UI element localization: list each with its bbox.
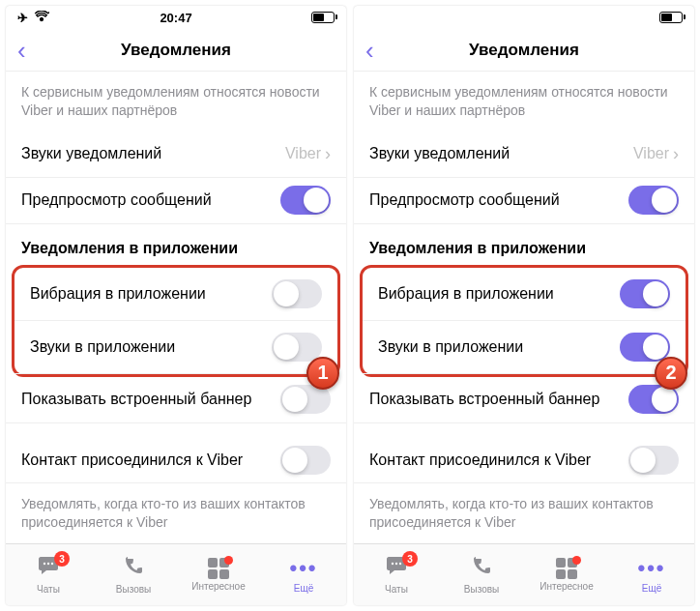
tab-label: Вызовы <box>464 584 499 595</box>
explore-icon <box>208 558 229 579</box>
tab-more[interactable]: ••• Ещё <box>261 544 346 605</box>
row-label: Звуки уведомлений <box>21 145 161 162</box>
highlight-box: Вибрация в приложении Звуки в приложении… <box>360 265 688 377</box>
tab-label: Чаты <box>385 584 408 595</box>
tab-label: Вызовы <box>116 584 151 595</box>
message-preview-row: Предпросмотр сообщений <box>354 178 694 224</box>
row-label: Контакт присоединился к Viber <box>21 451 243 469</box>
row-label: Звуки в приложении <box>30 338 175 356</box>
more-icon: ••• <box>637 556 665 581</box>
row-value: Viber › <box>633 144 679 164</box>
content: К сервисным уведомлениям относятся новос… <box>6 72 346 543</box>
screen-2: ‹ Уведомления К сервисным уведомлениям о… <box>354 6 694 605</box>
notification-dot <box>572 556 581 565</box>
in-app-vibration-row: Вибрация в приложении <box>15 268 337 321</box>
svg-point-5 <box>395 563 397 565</box>
chats-badge: 3 <box>54 551 70 567</box>
svg-point-4 <box>392 563 394 565</box>
status-bar <box>354 6 694 29</box>
step-badge: 2 <box>655 357 689 392</box>
calls-icon <box>123 555 144 582</box>
in-app-vibration-row: Вибрация в приложении <box>363 268 685 321</box>
row-label: Предпросмотр сообщений <box>369 191 560 209</box>
in-app-sounds-row: Звуки в приложении <box>15 321 337 374</box>
in-app-section-header: Уведомления в приложении <box>354 224 694 265</box>
screen-1: ✈ 20:47 ‹ Уведомления К сервисным уведом… <box>6 6 346 605</box>
tab-label: Ещё <box>642 583 661 594</box>
section-note: К сервисным уведомлениям относятся новос… <box>354 72 694 131</box>
page-title: Уведомления <box>469 41 579 60</box>
more-icon: ••• <box>289 556 317 581</box>
airplane-mode-icon: ✈ <box>17 11 28 25</box>
tab-chats[interactable]: 3 Чаты <box>6 544 91 605</box>
tab-label: Чаты <box>37 584 60 595</box>
tab-label: Ещё <box>294 583 313 594</box>
wifi-icon <box>34 11 49 25</box>
in-app-vibration-toggle[interactable] <box>620 279 670 308</box>
in-app-sounds-row: Звуки в приложении <box>363 321 685 374</box>
svg-point-3 <box>51 563 53 565</box>
tab-label: Интересное <box>540 581 594 592</box>
row-label: Показывать встроенный баннер <box>369 391 599 408</box>
chevron-right-icon: › <box>673 144 679 164</box>
notification-sounds-row[interactable]: Звуки уведомлений Viber › <box>354 131 694 178</box>
svg-point-2 <box>47 563 49 565</box>
message-preview-toggle[interactable] <box>280 186 331 215</box>
tab-chats[interactable]: 3 Чаты <box>354 544 439 605</box>
highlight-box: Вибрация в приложении Звуки в приложении… <box>12 265 340 377</box>
tab-explore[interactable]: Интересное <box>176 544 261 605</box>
tab-explore[interactable]: Интересное <box>524 544 609 605</box>
calls-icon <box>471 555 492 582</box>
chats-badge: 3 <box>402 551 418 567</box>
row-label: Вибрация в приложении <box>30 285 206 303</box>
row-label: Звуки в приложении <box>378 338 523 356</box>
svg-point-0 <box>41 17 44 20</box>
row-label: Вибрация в приложении <box>378 285 554 303</box>
message-preview-toggle[interactable] <box>628 186 679 215</box>
explore-icon <box>556 558 577 579</box>
contact-joined-toggle[interactable] <box>280 446 331 475</box>
section-note: К сервисным уведомлениям относятся новос… <box>6 72 346 131</box>
contact-joined-row: Контакт присоединился к Viber <box>6 437 346 483</box>
tab-calls[interactable]: Вызовы <box>91 544 176 605</box>
svg-point-6 <box>399 563 401 565</box>
step-number: 2 <box>655 357 687 390</box>
row-label: Предпросмотр сообщений <box>21 191 212 209</box>
in-app-section-header: Уведомления в приложении <box>6 224 346 265</box>
row-label: Контакт присоединился к Viber <box>369 451 591 469</box>
notification-dot <box>224 556 233 565</box>
content: К сервисным уведомлениям относятся новос… <box>354 72 694 543</box>
contact-joined-row: Контакт присоединился к Viber <box>354 437 694 483</box>
tab-more[interactable]: ••• Ещё <box>609 544 694 605</box>
step-badge: 1 <box>306 357 341 392</box>
row-value: Viber › <box>285 144 331 164</box>
tab-label: Интересное <box>191 581 246 592</box>
navigation-header: ‹ Уведомления <box>6 29 346 72</box>
battery-icon <box>311 12 335 23</box>
status-bar: ✈ 20:47 <box>6 6 346 29</box>
chats-icon: 3 <box>385 555 408 582</box>
tab-bar: 3 Чаты Вызовы Интересное ••• Ещё <box>6 543 346 605</box>
row-label: Показывать встроенный баннер <box>21 391 251 408</box>
battery-icon <box>659 12 683 23</box>
navigation-header: ‹ Уведомления <box>354 29 694 72</box>
chevron-right-icon: › <box>325 144 331 164</box>
tab-calls[interactable]: Вызовы <box>439 544 524 605</box>
footer-note: Уведомлять, когда кто-то из ваших контак… <box>354 483 694 543</box>
back-button[interactable]: ‹ <box>365 38 374 63</box>
built-in-banner-row: Показывать встроенный баннер <box>6 377 346 423</box>
page-title: Уведомления <box>121 41 231 60</box>
footer-note: Уведомлять, когда кто-то из ваших контак… <box>6 483 346 543</box>
notification-sounds-row[interactable]: Звуки уведомлений Viber › <box>6 131 346 178</box>
row-label: Звуки уведомлений <box>369 145 510 162</box>
back-button[interactable]: ‹ <box>17 38 26 63</box>
step-number: 1 <box>306 357 339 390</box>
svg-point-1 <box>44 563 45 565</box>
tab-bar: 3 Чаты Вызовы Интересное ••• Ещё <box>354 543 694 605</box>
chats-icon: 3 <box>37 555 60 582</box>
contact-joined-toggle[interactable] <box>628 446 679 475</box>
message-preview-row: Предпросмотр сообщений <box>6 178 346 224</box>
in-app-vibration-toggle[interactable] <box>272 279 322 308</box>
built-in-banner-row: Показывать встроенный баннер <box>354 377 694 423</box>
status-time: 20:47 <box>160 11 191 25</box>
